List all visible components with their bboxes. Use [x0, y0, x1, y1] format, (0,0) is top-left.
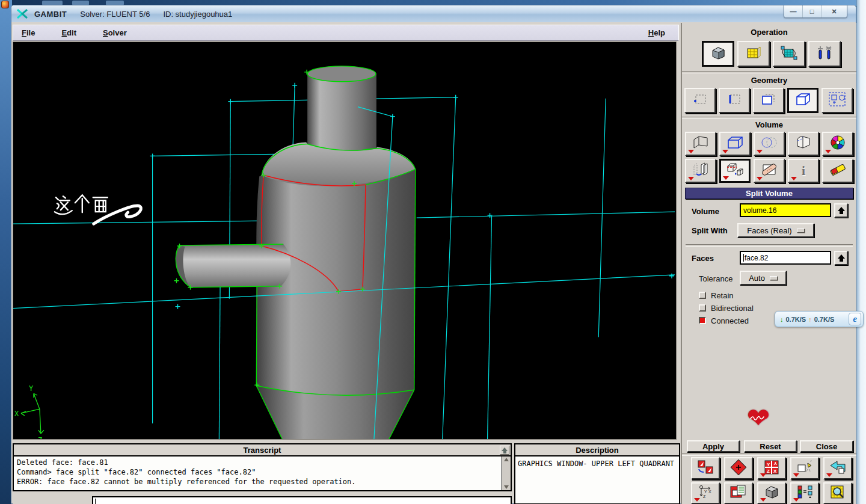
transcript-scrollbar[interactable] [502, 456, 511, 490]
zones-cube-icon [780, 45, 798, 63]
display-attributes-icon [729, 484, 748, 502]
menu-help[interactable]: Help [648, 28, 665, 37]
gc-axis-button[interactable]: YXZ [691, 482, 720, 504]
close-form-button[interactable]: Close [800, 440, 853, 452]
bidirectional-label: Bidirectional [711, 304, 754, 313]
divider [682, 117, 856, 119]
gc-fit-button[interactable] [724, 457, 753, 479]
dropdown-indicator-icon [760, 473, 766, 477]
command-input[interactable] [92, 496, 512, 504]
menu-file[interactable]: File [22, 28, 35, 37]
option-menu-icon [770, 276, 778, 280]
gc-attributes-button[interactable] [724, 482, 753, 504]
tolerance-label: Tolerance [699, 274, 732, 283]
gambit-logo-icon [16, 9, 28, 19]
geometry-group-button[interactable] [821, 88, 853, 113]
split-with-dropdown[interactable]: Faces (Real) [737, 223, 814, 238]
volume-color-button[interactable] [822, 132, 853, 156]
minimize-button[interactable]: — [784, 5, 803, 17]
transcript-title: Transcript [244, 446, 281, 455]
gc-orient-button[interactable] [691, 457, 720, 479]
transcript-body[interactable]: Deleted face: face.81 Command> face spli… [13, 455, 512, 491]
form-title: Split Volume [685, 188, 853, 199]
menu-edit[interactable]: Edit [61, 28, 76, 37]
palette-icon [1, 1, 9, 8]
apply-button[interactable]: Apply [687, 440, 740, 452]
move-copy-icon [692, 162, 710, 180]
svg-text:X: X [708, 490, 711, 494]
dropdown-indicator-icon [694, 498, 700, 502]
maximize-button[interactable]: □ [803, 5, 821, 17]
faces-field[interactable]: face.82 [740, 251, 831, 265]
gc-quadrant-button[interactable]: YYZX [757, 457, 786, 479]
examine-mesh-icon [829, 484, 847, 502]
gc-undo-button[interactable] [823, 457, 852, 479]
text-caret [743, 254, 744, 262]
background-window-edge-left [0, 0, 12, 504]
geometry-edge-button[interactable] [719, 88, 750, 113]
gc-examine-button[interactable] [823, 482, 852, 504]
svg-text:Z: Z [767, 469, 770, 474]
net-speed-widget[interactable]: ↓ 0.7K/S ↑ 0.7K/S e [775, 311, 864, 327]
volume-stitch-faces-button[interactable] [685, 132, 716, 156]
geometry-face-button[interactable] [753, 88, 784, 113]
window-app-name: GAMBIT [34, 10, 67, 19]
background-window-edge-right [856, 0, 866, 504]
window-solver-text: Solver: FLUENT 5/6 [80, 10, 150, 19]
faces-pick-button[interactable] [834, 251, 848, 265]
geometry-section-title: Geometry [682, 76, 856, 85]
dropdown-indicator-icon [722, 150, 728, 153]
volume-info-button[interactable]: i [788, 159, 819, 183]
split-with-label: Split With [692, 226, 728, 235]
svg-text:Z: Z [703, 494, 706, 499]
volume-create-button[interactable] [719, 132, 751, 156]
volume-delete-button[interactable] [822, 159, 853, 183]
gc-light-button[interactable] [790, 457, 819, 479]
browser-icon[interactable]: e [849, 313, 861, 325]
connected-checkbox[interactable] [699, 317, 706, 324]
titlebar[interactable]: GAMBIT Solver: FLUENT 5/6 ID: studyjiego… [11, 5, 856, 22]
geometry-volume-button[interactable] [787, 88, 818, 113]
divider [682, 453, 856, 456]
volume-field-value: volume.16 [743, 206, 776, 215]
operation-mesh-button[interactable] [737, 41, 770, 67]
volume-boolean-button[interactable] [754, 132, 785, 156]
close-button[interactable]: ✕ [821, 5, 847, 17]
download-speed: 0.7K/S [786, 316, 806, 323]
volume-field[interactable]: volume.16 [740, 203, 831, 217]
volume-blend-button[interactable] [788, 132, 819, 156]
volume-move-copy-button[interactable] [685, 159, 716, 183]
operation-tools-button[interactable] [808, 41, 841, 67]
tolerance-dropdown[interactable]: Auto [740, 271, 787, 285]
operation-zones-button[interactable] [773, 41, 805, 67]
dropdown-indicator-icon [688, 177, 694, 180]
faces-field-label: Faces [692, 254, 714, 263]
volume-split-button[interactable] [719, 159, 751, 183]
svg-text:Y: Y [767, 462, 770, 467]
gc-render-button[interactable] [757, 482, 786, 504]
svg-text:Y: Y [773, 461, 777, 466]
gc-legend-button[interactable] [790, 482, 819, 504]
volume-pick-button[interactable] [834, 203, 848, 218]
divider [686, 244, 853, 247]
graphics-3d-scene: X Y Z [13, 42, 676, 439]
mesh-cube-icon [745, 45, 763, 63]
reset-button[interactable]: Reset [744, 440, 797, 452]
graphics-viewport[interactable]: 这个面 [13, 41, 677, 440]
divider [682, 71, 856, 73]
geometry-cube-icon [709, 45, 727, 63]
menu-solver[interactable]: Solver [103, 28, 127, 37]
retain-checkbox[interactable] [699, 292, 706, 299]
screen: GAMBIT Solver: FLUENT 5/6 ID: studyjiego… [0, 0, 866, 504]
geometry-vertex-button[interactable] [684, 88, 716, 113]
transcript-line: Command> face split "face.82" connected … [17, 467, 499, 477]
transcript-collapse-button[interactable] [500, 446, 509, 455]
pick-arrow-icon [838, 254, 845, 259]
bidirectional-checkbox[interactable] [699, 304, 706, 312]
window-caption-buttons: — □ ✕ [784, 5, 847, 18]
text-caret [95, 499, 96, 504]
operation-geometry-button[interactable] [702, 41, 734, 67]
axis-label-y: Y [29, 384, 33, 393]
volume-heal-button[interactable] [754, 159, 785, 183]
scroll-down-icon [504, 485, 509, 489]
